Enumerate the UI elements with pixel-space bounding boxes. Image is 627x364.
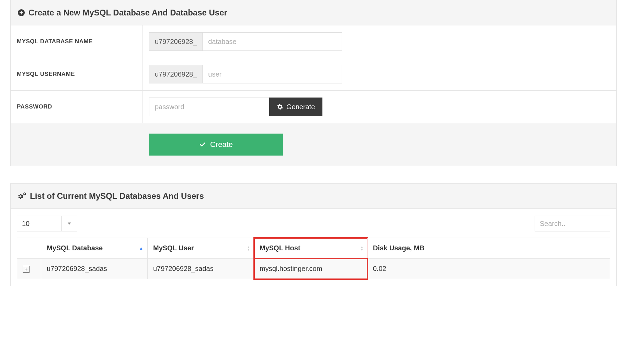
sort-asc-icon: ▲ (139, 246, 143, 251)
col-database-label: MySQL Database (47, 244, 103, 252)
db-name-row: MYSQL DATABASE NAME u797206928_ (11, 25, 616, 58)
col-user[interactable]: MySQL User ▲▼ (148, 238, 254, 259)
create-button[interactable]: Create (149, 134, 283, 156)
generate-button-label: Generate (286, 103, 315, 111)
username-row: MYSQL USERNAME u797206928_ (11, 58, 616, 91)
col-expand (17, 238, 41, 259)
password-control: Generate (143, 91, 616, 123)
search-input[interactable] (535, 216, 610, 231)
username-input[interactable] (203, 65, 342, 83)
db-name-input[interactable] (203, 33, 342, 50)
chevron-down-icon (61, 216, 77, 231)
create-panel-title-text: Create a New MySQL Database And Database… (28, 8, 227, 18)
password-input[interactable] (149, 98, 269, 116)
username-control: u797206928_ (143, 58, 616, 90)
svg-marker-3 (68, 223, 71, 225)
plus-circle-icon (18, 9, 25, 16)
password-input-group: Generate (149, 98, 322, 116)
list-body: 10 MySQL Database ▲ (11, 209, 616, 286)
username-input-group: u797206928_ (149, 65, 342, 83)
col-host-label: MySQL Host (260, 244, 300, 252)
list-panel-title: List of Current MySQL Databases And User… (18, 191, 609, 201)
db-name-input-group: u797206928_ (149, 32, 342, 51)
create-panel-title: Create a New MySQL Database And Database… (18, 8, 609, 18)
create-submit-row: Create (11, 123, 616, 166)
list-panel-header: List of Current MySQL Databases And User… (11, 184, 616, 209)
col-database[interactable]: MySQL Database ▲ (41, 238, 148, 259)
cell-database: u797206928_sadas (41, 259, 148, 279)
page-length-value: 10 (17, 216, 61, 231)
expand-row-button[interactable]: + (23, 266, 30, 273)
gear-icon (277, 104, 283, 110)
col-user-label: MySQL User (153, 244, 194, 252)
col-disk[interactable]: Disk Usage, MB (367, 238, 610, 259)
sort-icon: ▲▼ (360, 246, 364, 251)
cell-user: u797206928_sadas (148, 259, 254, 279)
expand-cell: + (17, 259, 41, 279)
sort-icon: ▲▼ (247, 246, 250, 251)
password-label: PASSWORD (11, 91, 143, 123)
page-length-select[interactable]: 10 (17, 216, 77, 231)
database-list-panel: List of Current MySQL Databases And User… (10, 183, 617, 286)
list-toolbar: 10 (17, 216, 610, 231)
username-prefix: u797206928_ (149, 65, 203, 83)
database-table: MySQL Database ▲ MySQL User ▲▼ MySQL Hos… (17, 238, 610, 279)
table-header-row: MySQL Database ▲ MySQL User ▲▼ MySQL Hos… (17, 238, 610, 259)
password-row: PASSWORD Generate (11, 91, 616, 123)
db-name-prefix: u797206928_ (149, 33, 203, 50)
cell-host: mysql.hostinger.com (254, 259, 367, 279)
table-row: + u797206928_sadas u797206928_sadas mysq… (17, 259, 610, 279)
generate-password-button[interactable]: Generate (269, 98, 322, 116)
svg-rect-2 (21, 11, 22, 14)
col-host[interactable]: MySQL Host ▲▼ (254, 238, 367, 259)
cell-disk: 0.02 (367, 259, 610, 279)
username-label: MYSQL USERNAME (11, 58, 143, 90)
col-disk-label: Disk Usage, MB (373, 244, 424, 252)
create-database-panel: Create a New MySQL Database And Database… (10, 0, 617, 166)
gears-icon (18, 192, 26, 200)
db-name-control: u797206928_ (143, 25, 616, 58)
create-button-label: Create (210, 140, 233, 149)
list-panel-title-text: List of Current MySQL Databases And User… (30, 191, 204, 201)
db-name-label: MYSQL DATABASE NAME (11, 25, 143, 58)
create-panel-header: Create a New MySQL Database And Database… (11, 0, 616, 25)
check-icon (199, 141, 206, 148)
